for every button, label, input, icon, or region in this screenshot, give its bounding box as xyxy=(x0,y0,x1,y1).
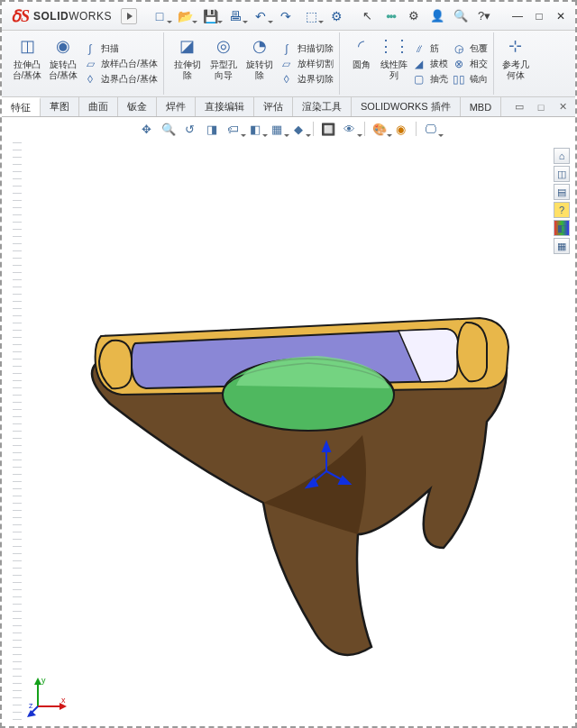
scene-icon[interactable]: ◆ xyxy=(289,120,307,138)
tab-features[interactable]: 特征 xyxy=(2,97,41,116)
extrude-icon: ◫ xyxy=(14,34,40,58)
axis-x-label: x xyxy=(61,696,66,705)
taskpane-home-button[interactable]: ⌂ xyxy=(554,148,570,164)
fillet-icon: ◜ xyxy=(349,34,374,58)
help-icon[interactable]: ? ▾ xyxy=(476,8,492,24)
extrude-boss-button[interactable]: ◫拉伸凸 台/基体 xyxy=(9,32,45,95)
loft-icon: ▱ xyxy=(83,58,97,70)
boundary-icon: ◊ xyxy=(83,73,97,86)
zoom-fit-icon[interactable]: ✥ xyxy=(138,120,156,138)
maximize-button[interactable]: □ xyxy=(528,8,550,24)
tab-plugins[interactable]: SOLIDWORKS 插件 xyxy=(352,97,461,116)
coordinate-triad[interactable]: y x z xyxy=(27,676,69,717)
loft-button[interactable]: ▱放样凸台/基体 xyxy=(81,57,160,71)
rebuild-button[interactable]: ⚙ xyxy=(326,7,346,25)
menu-expand-button[interactable] xyxy=(121,8,137,24)
model-part xyxy=(56,237,525,669)
taskpane-design-lib-button[interactable]: ◫ xyxy=(554,166,570,182)
tab-mbd[interactable]: MBD xyxy=(461,97,501,116)
close-button[interactable]: ✕ xyxy=(550,8,572,24)
rib-icon: ⫽ xyxy=(412,42,426,55)
intersect-button[interactable]: ⊗相交 xyxy=(450,57,490,71)
taskpane-file-explorer-button[interactable]: ▤ xyxy=(554,184,570,200)
cut-sweep-button[interactable]: ∫扫描切除 xyxy=(278,41,335,56)
mirror-button[interactable]: ▯▯镜向 xyxy=(450,72,490,86)
tab-sheetmetal[interactable]: 钣金 xyxy=(118,97,157,116)
axis-z-label: z xyxy=(29,701,33,710)
undo-button[interactable]: ↶ xyxy=(251,7,270,25)
cut-revolve-icon: ◔ xyxy=(247,34,272,58)
cut-extrude-button[interactable]: ◪拉伸切 除 xyxy=(169,32,206,95)
axis-y-label: y xyxy=(41,676,46,685)
view-settings-icon[interactable]: 👁 xyxy=(341,120,359,138)
rib-button[interactable]: ⫽筋 xyxy=(410,41,450,56)
zoom-area-icon[interactable]: 🔍 xyxy=(160,120,178,138)
shell-button[interactable]: ▢抽壳 xyxy=(410,72,450,86)
save-button[interactable]: 💾 xyxy=(200,7,220,25)
wrap-icon: ◶ xyxy=(452,42,466,55)
fillet-button[interactable]: ◜圆角 xyxy=(345,32,378,95)
graphics-viewport[interactable] xyxy=(23,142,557,721)
tab-render[interactable]: 渲染工具 xyxy=(293,97,352,116)
doc-close-button[interactable]: ✕ xyxy=(555,100,570,114)
search-icon[interactable]: 🔍 xyxy=(453,8,469,24)
revolve-boss-button[interactable]: ◉旋转凸 台/基体 xyxy=(45,32,81,95)
section-view-icon[interactable]: ◨ xyxy=(203,120,221,138)
edit-appearance-icon[interactable]: 🔲 xyxy=(319,120,337,138)
tab-sketch[interactable]: 草图 xyxy=(41,97,79,116)
taskpane-appearances-button[interactable]: ◧ xyxy=(554,220,570,236)
tab-evaluate[interactable]: 评估 xyxy=(254,97,293,116)
pattern-button[interactable]: ⋮⋮线性阵 列 xyxy=(378,32,410,95)
cut-loft-button[interactable]: ▱放样切割 xyxy=(278,57,335,71)
task-pane-tabs: ⌂ ◫ ▤ ? ◧ ▦ xyxy=(554,148,572,254)
doc-restore-button[interactable]: ▭ xyxy=(512,100,527,114)
print-button[interactable]: 🖶 xyxy=(225,7,245,25)
cursor-icon[interactable]: ↖ xyxy=(359,8,375,24)
pattern-icon: ⋮⋮ xyxy=(381,34,407,58)
minimize-button[interactable]: — xyxy=(507,8,528,24)
intersect-icon: ⊗ xyxy=(452,58,466,70)
cut-revolve-button[interactable]: ◔旋转切 除 xyxy=(242,32,278,95)
traffic-light-icon[interactable]: ●●● xyxy=(382,8,398,24)
tab-weldments[interactable]: 焊件 xyxy=(157,97,196,116)
app-logo: ẟS SOLIDWORKS xyxy=(5,5,117,28)
hide-show-icon[interactable]: ▦ xyxy=(268,120,286,138)
doc-max-button[interactable]: □ xyxy=(534,100,548,114)
open-file-button[interactable]: 📂 xyxy=(175,7,195,25)
ref-geometry-button[interactable]: ⊹参考几 何体 xyxy=(499,32,532,95)
wrap-button[interactable]: ◶包覆 xyxy=(450,41,490,56)
draft-icon: ◢ xyxy=(412,58,426,70)
sweep-button[interactable]: ∫扫描 xyxy=(81,41,160,56)
svg-marker-8 xyxy=(34,678,41,685)
cut-boundary-button[interactable]: ◊边界切除 xyxy=(278,72,335,86)
select-button[interactable]: ⬚ xyxy=(301,7,321,25)
viewport-icon[interactable]: 🖵 xyxy=(422,120,440,138)
display-style-icon[interactable]: ◧ xyxy=(246,120,264,138)
user-icon[interactable]: 👤 xyxy=(429,8,445,24)
tab-direct-edit[interactable]: 直接编辑 xyxy=(196,97,254,116)
shell-icon: ▢ xyxy=(412,73,426,86)
taskpane-view-palette-button[interactable]: ? xyxy=(554,202,570,218)
taskpane-custom-props-button[interactable]: ▦ xyxy=(554,238,570,254)
apply-scene-icon[interactable]: 🎨 xyxy=(371,120,389,138)
settings-icon[interactable]: ⚙ xyxy=(406,8,422,24)
redo-button[interactable]: ↷ xyxy=(276,7,296,25)
title-bar: ẟS SOLIDWORKS □ 📂 💾 🖶 ↶ ↷ ⬚ ⚙ ↖ ●●● ⚙ 👤 … xyxy=(2,2,575,31)
draft-button[interactable]: ◢拔模 xyxy=(410,57,450,71)
view-heads-up-toolbar: ✥ 🔍 ↺ ◨ 🏷 ◧ ▦ ◆ 🔲 👁 🎨 ◉ 🖵 xyxy=(2,117,575,141)
boundary-button[interactable]: ◊边界凸台/基体 xyxy=(81,72,160,86)
command-manager-tabs: 特征 草图 曲面 钣金 焊件 直接编辑 评估 渲染工具 SOLIDWORKS 插… xyxy=(2,97,575,117)
quick-access-toolbar: □ 📂 💾 🖶 ↶ ↷ ⬚ ⚙ xyxy=(150,7,346,25)
prev-view-icon[interactable]: ↺ xyxy=(181,120,199,138)
cut-boundary-icon: ◊ xyxy=(279,73,294,86)
view-orient-icon[interactable]: 🏷 xyxy=(224,120,243,138)
revolve-icon: ◉ xyxy=(50,34,76,58)
hole-wizard-button[interactable]: ◎异型孔 向导 xyxy=(206,32,242,95)
tab-surfaces[interactable]: 曲面 xyxy=(79,97,118,116)
new-file-button[interactable]: □ xyxy=(150,7,169,25)
window-controls: — □ ✕ xyxy=(507,8,572,24)
logo-ds-icon: ẟS xyxy=(11,6,30,26)
title-right-tools: ↖ ●●● ⚙ 👤 🔍 ? ▾ xyxy=(359,8,492,24)
sweep-icon: ∫ xyxy=(83,42,97,55)
render-icon[interactable]: ◉ xyxy=(392,120,410,138)
